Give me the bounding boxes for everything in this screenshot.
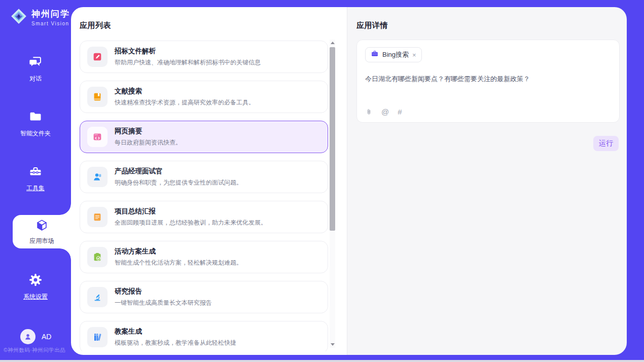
- sidebar-item-label: 应用市场: [30, 237, 54, 245]
- sidebar-item-chat[interactable]: 对话: [0, 55, 71, 83]
- app-card-desc: 帮助用户快速、准确地理解和解析招标书中的关键信息: [115, 58, 261, 67]
- main-content: 应用列表 招标文件解析 帮助用户快速、准确地理解和解析招标书中的关键信息: [71, 7, 627, 355]
- sidebar-item-smart-folder[interactable]: 智能文件夹: [0, 110, 71, 138]
- book-icon: [87, 87, 108, 107]
- user-account[interactable]: AD: [20, 329, 51, 344]
- close-icon[interactable]: ×: [412, 52, 416, 58]
- app-card-title: 文献搜索: [115, 87, 255, 96]
- gear-icon: [28, 273, 43, 289]
- app-card-event-plan[interactable]: 活动方案生成 智能生成个性化活动方案，轻松解决规划难题。: [80, 241, 328, 273]
- app-list: 招标文件解析 帮助用户快速、准确地理解和解析招标书中的关键信息 文献搜索 快速精…: [80, 41, 328, 351]
- clipboard-check-icon: [87, 247, 108, 267]
- hash-icon[interactable]: #: [398, 107, 402, 116]
- books-icon: [87, 327, 108, 347]
- sidebar-item-label: 智能文件夹: [20, 129, 51, 138]
- app-list-panel: 应用列表 招标文件解析 帮助用户快速、准确地理解和解析招标书中的关键信息: [71, 7, 347, 355]
- sidebar-item-label: 对话: [29, 75, 42, 83]
- app-card-literature-search[interactable]: 文献搜索 快速精准查找学术资源，提高研究效率的必备工具。: [80, 81, 328, 113]
- app-card-desc: 智能生成个性化活动方案，轻松解决规划难题。: [115, 259, 242, 267]
- app-card-project-summary[interactable]: 项目总结汇报 全面回顾项目进展，总结经验教训，助力未来优化发展。: [80, 201, 328, 233]
- scroll-down-arrow[interactable]: [330, 341, 335, 348]
- query-input-card[interactable]: Bing搜索 × 今日湖北有哪些新闻要点？有哪些需要关注的最新政策？ @ #: [356, 40, 620, 123]
- tool-tag-bing-search[interactable]: Bing搜索 ×: [365, 47, 422, 62]
- app-card-title: 产品经理面试官: [115, 167, 242, 176]
- chat-icon: [28, 55, 43, 71]
- app-logo: 神州问学 Smart Vision: [10, 8, 70, 27]
- app-detail-panel: 应用详情 Bing搜索 × 今日湖北有哪些新闻要点？有哪些需要关注的最新政策？: [347, 7, 627, 355]
- app-card-web-summary[interactable]: 网页摘要 每日政府新闻资讯快查。: [80, 121, 328, 153]
- copyright-footer: ©神州数码·神州问学出品: [4, 347, 65, 354]
- app-card-pm-interviewer[interactable]: 产品经理面试官 明确身份和职责，为您提供专业性的面试问题。: [80, 161, 328, 193]
- app-card-desc: 一键智能生成高质量长文本研究报告: [115, 299, 212, 307]
- sidebar-item-toolset[interactable]: 工具集: [0, 164, 71, 193]
- app-card-title: 招标文件解析: [115, 47, 261, 56]
- scrollbar[interactable]: [330, 40, 335, 348]
- app-card-title: 网页摘要: [115, 127, 182, 136]
- folder-icon: [28, 110, 43, 126]
- document-edit-icon: [87, 47, 108, 67]
- app-card-title: 项目总结汇报: [115, 207, 267, 216]
- run-button[interactable]: 运行: [593, 136, 619, 151]
- app-card-desc: 明确身份和职责，为您提供专业性的面试问题。: [115, 178, 242, 187]
- user-name: AD: [42, 333, 51, 341]
- app-card-title: 活动方案生成: [115, 247, 242, 256]
- app-card-desc: 每日政府新闻资讯快查。: [115, 138, 182, 147]
- sidebar-item-label: 工具集: [26, 184, 45, 193]
- memo-icon: [87, 207, 108, 227]
- toolbox-icon: [28, 164, 43, 180]
- briefcase-icon: [371, 50, 379, 60]
- app-card-research-report[interactable]: 研究报告 一键智能生成高质量长文本研究报告: [80, 281, 328, 313]
- app-card-title: 教案生成: [115, 327, 236, 336]
- logo-subtitle: Smart Vision: [31, 21, 70, 26]
- logo-diamond-icon: [10, 8, 27, 27]
- composer-toolbar: @ #: [365, 107, 402, 116]
- cube-icon: [35, 219, 49, 234]
- tool-tag-label: Bing搜索: [382, 50, 409, 59]
- avatar: [20, 329, 35, 344]
- scroll-up-arrow[interactable]: [330, 40, 335, 46]
- app-card-lesson-plan[interactable]: 教案生成 模板驱动，教案秒成，教学准备从此轻松快捷: [80, 321, 328, 351]
- bottom-strip: [0, 360, 644, 362]
- app-card-desc: 模板驱动，教案秒成，教学准备从此轻松快捷: [115, 339, 236, 347]
- app-card-desc: 快速精准查找学术资源，提高研究效率的必备工具。: [115, 98, 255, 107]
- sidebar-item-settings[interactable]: 系统设置: [0, 273, 71, 301]
- browser-code-icon: [87, 127, 108, 147]
- app-card-title: 研究报告: [115, 287, 212, 296]
- at-icon[interactable]: @: [381, 107, 389, 116]
- app-card-desc: 全面回顾项目进展，总结经验教训，助力未来优化发展。: [115, 219, 267, 227]
- microscope-icon: [87, 287, 108, 307]
- sidebar: 神州问学 Smart Vision 对话 智能文件夹: [0, 0, 71, 360]
- scrollbar-thumb[interactable]: [330, 47, 335, 231]
- interviewer-icon: [87, 167, 108, 187]
- sidebar-item-label: 系统设置: [23, 293, 48, 301]
- sidebar-item-app-market[interactable]: 应用市场: [13, 215, 71, 248]
- query-text[interactable]: 今日湖北有哪些新闻要点？有哪些需要关注的最新政策？: [365, 75, 611, 84]
- app-detail-title: 应用详情: [356, 21, 620, 30]
- app-list-title: 应用列表: [80, 21, 347, 30]
- app-card-bid-analysis[interactable]: 招标文件解析 帮助用户快速、准确地理解和解析招标书中的关键信息: [80, 41, 328, 73]
- paperclip-icon[interactable]: [365, 107, 373, 116]
- logo-title: 神州问学: [31, 8, 70, 20]
